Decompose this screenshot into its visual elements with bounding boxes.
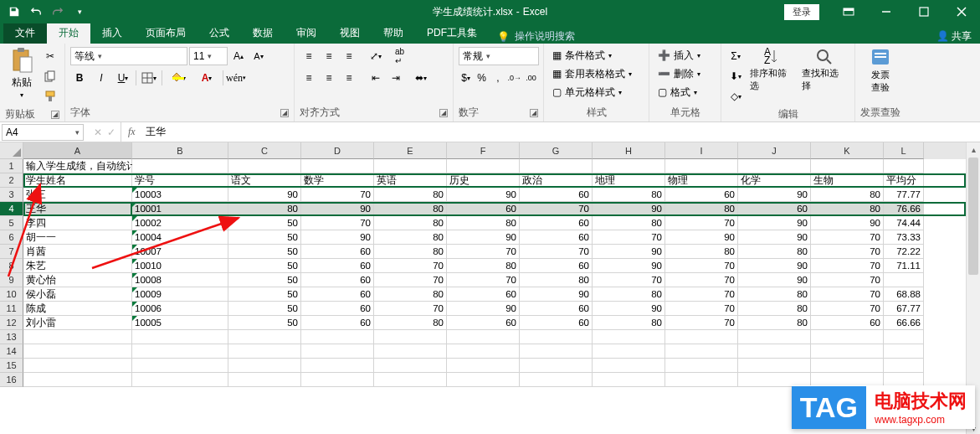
cell[interactable] <box>447 373 520 387</box>
cell[interactable]: 60 <box>301 245 374 259</box>
cell[interactable]: 50 <box>228 230 301 245</box>
cell[interactable] <box>811 159 884 173</box>
cell[interactable] <box>447 159 520 173</box>
cell[interactable]: 70 <box>593 230 665 245</box>
cell[interactable]: 80 <box>593 216 665 230</box>
cell[interactable]: 80 <box>374 188 447 202</box>
fx-icon[interactable]: fx <box>121 126 142 138</box>
column-header-L[interactable]: L <box>884 142 924 159</box>
cell[interactable]: 70 <box>665 302 738 316</box>
cell[interactable]: 80 <box>738 316 811 330</box>
orientation-icon[interactable]: ⤢▾ <box>367 47 385 65</box>
cell[interactable] <box>228 159 301 173</box>
copy-icon[interactable] <box>41 67 59 85</box>
row-header[interactable]: 14 <box>0 344 23 359</box>
row-header[interactable]: 16 <box>0 373 23 387</box>
cell[interactable]: 语文 <box>228 173 301 188</box>
cell[interactable]: 80 <box>374 202 447 216</box>
cell[interactable]: 英语 <box>374 173 447 188</box>
cell[interactable]: 60 <box>665 188 738 202</box>
tab-formulas[interactable]: 公式 <box>198 23 241 44</box>
cell[interactable]: 60 <box>447 316 520 330</box>
cell[interactable]: 生物 <box>811 173 884 188</box>
cell[interactable] <box>665 159 738 173</box>
cell[interactable]: 70 <box>665 273 738 287</box>
cell[interactable]: 50 <box>228 273 301 287</box>
cell[interactable]: 10008 <box>132 273 228 287</box>
cell[interactable] <box>520 159 593 173</box>
minimize-icon[interactable] <box>867 0 905 23</box>
cell[interactable]: 80 <box>665 245 738 259</box>
cell[interactable]: 60 <box>301 273 374 287</box>
row-header[interactable]: 11 <box>0 302 23 316</box>
cell[interactable]: 60 <box>738 202 811 216</box>
cell[interactable]: 朱艺 <box>23 259 132 273</box>
cell[interactable]: 60 <box>811 316 884 330</box>
select-all-triangle[interactable] <box>0 142 23 159</box>
cell[interactable]: 70 <box>374 259 447 273</box>
font-color-icon[interactable]: A▾ <box>194 69 219 87</box>
format-cells-button[interactable]: ▢格式▾ <box>654 84 704 101</box>
cell[interactable]: 80 <box>447 216 520 230</box>
column-header-E[interactable]: E <box>374 142 447 159</box>
row-header[interactable]: 9 <box>0 273 23 287</box>
cell[interactable]: 50 <box>228 216 301 230</box>
cell[interactable]: 60 <box>520 230 593 245</box>
increase-indent-icon[interactable]: ⇥ <box>387 69 405 87</box>
cell[interactable]: 76.66 <box>884 202 924 216</box>
cell[interactable] <box>228 359 301 373</box>
align-dialog-icon[interactable]: ◢ <box>439 109 448 117</box>
cell[interactable] <box>374 344 447 359</box>
cell[interactable]: 70 <box>811 245 884 259</box>
cell[interactable]: 50 <box>228 287 301 302</box>
cell[interactable] <box>738 159 811 173</box>
cell[interactable] <box>593 159 665 173</box>
cell[interactable]: 90 <box>447 302 520 316</box>
delete-cells-button[interactable]: ➖删除▾ <box>654 65 704 82</box>
cell[interactable]: 90 <box>738 230 811 245</box>
cell[interactable]: 学生姓名 <box>23 173 132 188</box>
cell[interactable] <box>132 159 228 173</box>
cell[interactable]: 71.11 <box>884 259 924 273</box>
cell[interactable]: 90 <box>228 188 301 202</box>
cell[interactable]: 90 <box>738 259 811 273</box>
row-header[interactable]: 12 <box>0 316 23 330</box>
cell[interactable]: 80 <box>520 273 593 287</box>
column-header-F[interactable]: F <box>447 142 520 159</box>
align-right-icon[interactable]: ≡ <box>340 69 358 87</box>
cell[interactable]: 70 <box>665 216 738 230</box>
cell[interactable]: 80 <box>374 216 447 230</box>
cell[interactable]: 80 <box>738 287 811 302</box>
cell[interactable]: 张三 <box>23 188 132 202</box>
row-header[interactable]: 8 <box>0 259 23 273</box>
cell[interactable]: 90 <box>593 245 665 259</box>
cell[interactable] <box>132 373 228 387</box>
tab-layout[interactable]: 页面布局 <box>134 23 198 44</box>
cell[interactable]: 70 <box>447 273 520 287</box>
cell[interactable] <box>520 373 593 387</box>
tab-home[interactable]: 开始 <box>47 23 90 44</box>
cell[interactable]: 学号 <box>132 173 228 188</box>
cell[interactable]: 72.22 <box>884 245 924 259</box>
cell[interactable] <box>811 344 884 359</box>
tab-data[interactable]: 数据 <box>241 23 285 44</box>
cell[interactable]: 70 <box>374 273 447 287</box>
comma-icon[interactable]: , <box>490 69 505 87</box>
cell[interactable]: 60 <box>447 202 520 216</box>
font-size-combo[interactable]: 11▾ <box>189 47 228 65</box>
cell[interactable]: 90 <box>593 202 665 216</box>
cell[interactable] <box>738 330 811 344</box>
cell[interactable]: 10003 <box>132 188 228 202</box>
cell[interactable]: 化学 <box>738 173 811 188</box>
cell[interactable]: 80 <box>374 287 447 302</box>
find-select-button[interactable]: 查找和选择 <box>800 45 849 94</box>
tab-pdf[interactable]: PDF工具集 <box>415 23 489 44</box>
paste-button[interactable]: 粘贴 ▾ <box>5 45 38 101</box>
cell[interactable] <box>520 330 593 344</box>
cell[interactable] <box>665 359 738 373</box>
save-icon[interactable] <box>5 3 23 21</box>
cell[interactable] <box>132 330 228 344</box>
cell[interactable]: 平均分 <box>884 173 924 188</box>
scroll-up-icon[interactable]: ▴ <box>967 142 980 157</box>
cell[interactable] <box>593 359 665 373</box>
